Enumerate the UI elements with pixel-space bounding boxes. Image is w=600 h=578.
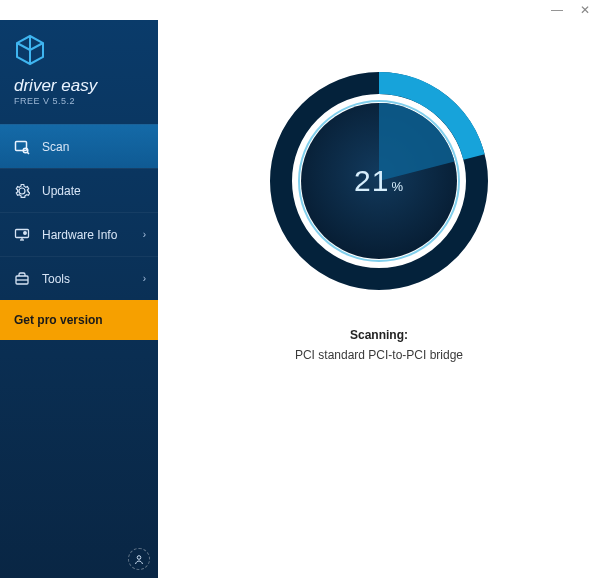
sidebar-item-hardware-info[interactable]: Hardware Info › bbox=[0, 212, 158, 256]
scan-progress-gauge: 21% bbox=[264, 66, 494, 296]
app-version: FREE V 5.5.2 bbox=[14, 96, 148, 106]
app-name: driver easy bbox=[14, 76, 148, 96]
app-logo-icon bbox=[14, 34, 46, 70]
main-panel: 21% Scanning: PCI standard PCI-to-PCI br… bbox=[158, 20, 600, 578]
chevron-right-icon: › bbox=[143, 229, 146, 240]
scan-status-label: Scanning: bbox=[295, 328, 463, 342]
sidebar-item-label: Tools bbox=[42, 272, 143, 286]
sidebar-item-label: Update bbox=[42, 184, 146, 198]
close-button[interactable]: ✕ bbox=[578, 3, 592, 17]
sidebar-item-label: Hardware Info bbox=[42, 228, 143, 242]
gear-icon bbox=[12, 181, 32, 201]
app-body: driver easy FREE V 5.5.2 Scan bbox=[0, 20, 600, 578]
svg-point-7 bbox=[24, 231, 27, 234]
sidebar: driver easy FREE V 5.5.2 Scan bbox=[0, 20, 158, 578]
chevron-right-icon: › bbox=[143, 273, 146, 284]
minimize-button[interactable]: — bbox=[550, 3, 564, 17]
cta-label: Get pro version bbox=[14, 313, 103, 327]
toolbox-icon bbox=[12, 269, 32, 289]
sidebar-item-scan[interactable]: Scan bbox=[0, 124, 158, 168]
sidebar-item-label: Scan bbox=[42, 140, 146, 154]
scan-icon bbox=[12, 137, 32, 157]
monitor-icon bbox=[12, 225, 32, 245]
gauge-center: 21% bbox=[264, 66, 494, 296]
progress-percent-label: 21% bbox=[354, 164, 404, 198]
sidebar-item-update[interactable]: Update bbox=[0, 168, 158, 212]
app-window: — ✕ driver easy FREE V 5.5.2 bbox=[0, 0, 600, 578]
progress-percent-unit: % bbox=[391, 179, 404, 194]
svg-line-3 bbox=[27, 152, 29, 154]
sidebar-item-tools[interactable]: Tools › bbox=[0, 256, 158, 300]
titlebar: — ✕ bbox=[0, 0, 600, 20]
sidebar-footer bbox=[0, 540, 158, 578]
get-pro-button[interactable]: Get pro version bbox=[0, 300, 158, 340]
logo-block: driver easy FREE V 5.5.2 bbox=[0, 20, 158, 118]
scan-status: Scanning: PCI standard PCI-to-PCI bridge bbox=[295, 328, 463, 362]
svg-rect-1 bbox=[16, 141, 27, 150]
scan-current-item: PCI standard PCI-to-PCI bridge bbox=[295, 348, 463, 362]
svg-point-10 bbox=[137, 556, 141, 560]
sidebar-nav: Scan Update bbox=[0, 124, 158, 340]
feedback-icon[interactable] bbox=[128, 548, 150, 570]
progress-percent-value: 21 bbox=[354, 164, 389, 197]
